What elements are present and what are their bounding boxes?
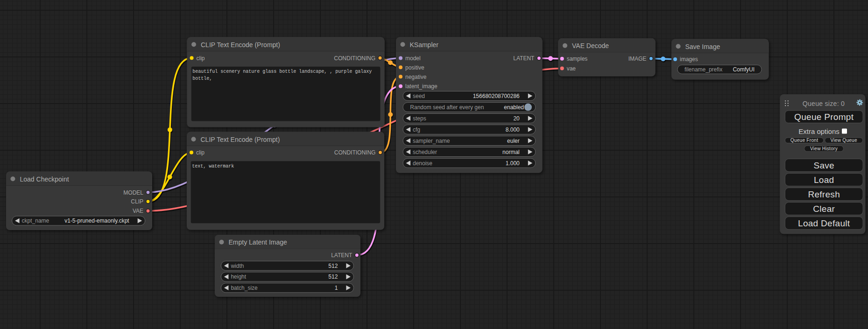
svg-text:LATENT: LATENT bbox=[331, 252, 353, 259]
svg-text:Random seed after every gen: Random seed after every gen bbox=[410, 104, 484, 111]
svg-text:512: 512 bbox=[328, 273, 338, 280]
svg-text:enabled: enabled bbox=[504, 104, 524, 111]
svg-text:KSampler: KSampler bbox=[410, 41, 439, 49]
svg-text:Save Image: Save Image bbox=[685, 43, 720, 50]
svg-text:width: width bbox=[230, 263, 244, 269]
svg-text:1.000: 1.000 bbox=[506, 160, 520, 167]
svg-text:LATENT: LATENT bbox=[513, 55, 535, 62]
svg-text:model: model bbox=[405, 55, 421, 62]
svg-text:positive: positive bbox=[405, 64, 424, 71]
svg-text:height: height bbox=[231, 273, 246, 280]
svg-text:Load: Load bbox=[814, 175, 834, 185]
svg-text:Load Checkpoint: Load Checkpoint bbox=[20, 175, 69, 183]
svg-text:Extra options: Extra options bbox=[798, 127, 840, 135]
svg-text:VAE Decode: VAE Decode bbox=[572, 42, 609, 49]
svg-text:CONDITIONING: CONDITIONING bbox=[334, 55, 375, 62]
svg-text:ComfyUI: ComfyUI bbox=[733, 66, 755, 73]
svg-text:batch_size: batch_size bbox=[231, 285, 258, 291]
svg-text:cfg: cfg bbox=[413, 126, 420, 133]
svg-text:MODEL: MODEL bbox=[123, 189, 143, 196]
svg-text:bottle,: bottle, bbox=[192, 76, 212, 81]
svg-text:View Queue: View Queue bbox=[831, 138, 857, 143]
svg-text:Queue size: 0: Queue size: 0 bbox=[803, 100, 845, 107]
svg-text:images: images bbox=[680, 56, 698, 63]
svg-text:scheduler: scheduler bbox=[413, 149, 437, 155]
svg-text:156680208700286: 156680208700286 bbox=[473, 93, 520, 99]
svg-text:clip: clip bbox=[196, 149, 205, 156]
svg-text:512: 512 bbox=[328, 263, 338, 269]
svg-text:Queue Front: Queue Front bbox=[790, 138, 818, 143]
svg-text:steps: steps bbox=[413, 115, 426, 122]
svg-text:sampler_name: sampler_name bbox=[413, 138, 450, 144]
svg-text:vae: vae bbox=[567, 65, 576, 72]
svg-text:Queue Prompt: Queue Prompt bbox=[794, 112, 854, 122]
svg-text:filename_prefix: filename_prefix bbox=[685, 66, 722, 73]
svg-text:v1-5-pruned-emaonly.ckpt: v1-5-pruned-emaonly.ckpt bbox=[64, 217, 129, 224]
svg-text:ckpt_name: ckpt_name bbox=[22, 217, 49, 224]
svg-text:VAE: VAE bbox=[133, 208, 143, 214]
svg-text:latent_image: latent_image bbox=[405, 83, 438, 90]
svg-text:Refresh: Refresh bbox=[808, 189, 840, 199]
svg-text:denoise: denoise bbox=[413, 160, 432, 167]
svg-text:text, watermark: text, watermark bbox=[192, 164, 234, 169]
svg-text:clip: clip bbox=[197, 55, 205, 62]
svg-text:normal: normal bbox=[502, 149, 520, 155]
svg-text:Clear: Clear bbox=[813, 204, 835, 214]
svg-text:beautiful scenery nature glass: beautiful scenery nature glass bottle la… bbox=[192, 69, 372, 74]
svg-text:1: 1 bbox=[335, 285, 338, 291]
svg-text:Load Default: Load Default bbox=[798, 218, 850, 228]
svg-text:8.000: 8.000 bbox=[506, 126, 520, 133]
svg-text:CLIP Text Encode (Prompt): CLIP Text Encode (Prompt) bbox=[201, 136, 280, 143]
svg-text:IMAGE: IMAGE bbox=[628, 56, 647, 62]
svg-text:Empty Latent Image: Empty Latent Image bbox=[229, 238, 288, 246]
svg-text:CLIP Text Encode (Prompt): CLIP Text Encode (Prompt) bbox=[201, 41, 280, 49]
svg-text:seed: seed bbox=[413, 93, 425, 99]
svg-text:CLIP: CLIP bbox=[131, 198, 143, 205]
svg-text:euler: euler bbox=[507, 138, 520, 144]
svg-text:20: 20 bbox=[513, 115, 520, 122]
svg-text:View History: View History bbox=[810, 146, 838, 151]
svg-text:CONDITIONING: CONDITIONING bbox=[334, 149, 376, 156]
svg-text:samples: samples bbox=[567, 56, 588, 62]
svg-text:negative: negative bbox=[405, 74, 427, 80]
svg-text:Save: Save bbox=[813, 161, 834, 170]
